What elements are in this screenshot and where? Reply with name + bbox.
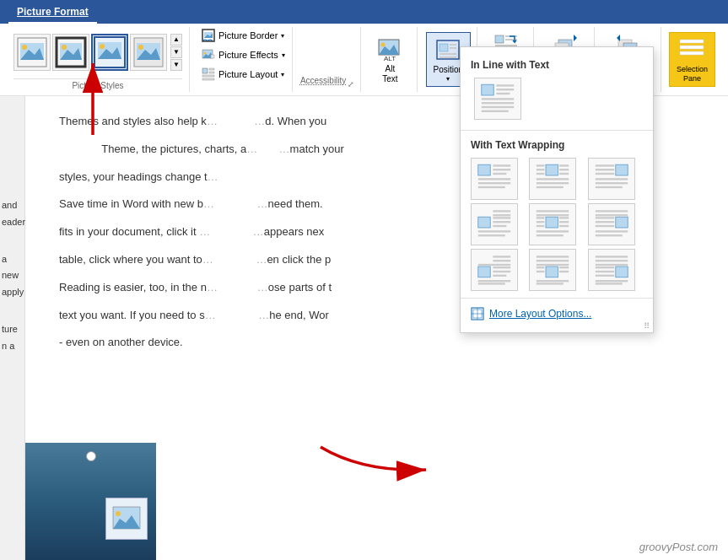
- picture-effects-icon: [202, 48, 215, 62]
- wrap-option-4[interactable]: [471, 203, 518, 245]
- wrap-option-9[interactable]: [588, 249, 635, 291]
- svg-rect-103: [537, 230, 569, 232]
- scroll-up-btn[interactable]: ▲: [170, 34, 182, 46]
- scroll-more-btn[interactable]: ▼: [170, 59, 182, 71]
- picture-layout-label: Picture Layout: [218, 69, 278, 79]
- svg-rect-50: [680, 51, 704, 55]
- inline-option[interactable]: [474, 78, 521, 120]
- accessibility-label[interactable]: Accessibility: [300, 76, 346, 85]
- wrap-option-8[interactable]: [529, 249, 576, 291]
- wrapping-section-label: With Text Wrapping: [461, 134, 653, 154]
- svg-text:ALT: ALT: [384, 55, 396, 62]
- svg-rect-94: [546, 217, 558, 228]
- svg-rect-129: [559, 271, 569, 272]
- svg-rect-22: [211, 55, 214, 58]
- wrap-option-7[interactable]: [471, 249, 518, 291]
- selection-pane-group: Selection Pane: [663, 27, 721, 92]
- svg-rect-34: [450, 44, 456, 46]
- svg-rect-108: [595, 217, 613, 218]
- selection-pane-items: Selection Pane: [669, 27, 715, 92]
- image-overlay-thumb: [105, 498, 148, 540]
- left-label-1: and: [2, 197, 23, 214]
- svg-point-11: [100, 44, 105, 49]
- scroll-down-btn[interactable]: ▼: [170, 46, 182, 58]
- svg-rect-104: [537, 234, 564, 236]
- svg-rect-113: [478, 267, 490, 277]
- picture-effects-label: Picture Effects: [218, 50, 278, 60]
- image-handle[interactable]: [86, 451, 96, 461]
- svg-rect-114: [493, 256, 510, 257]
- resize-handle[interactable]: ⠿: [644, 321, 650, 331]
- svg-rect-138: [595, 275, 613, 277]
- picture-layout-chevron: ▾: [281, 71, 284, 78]
- svg-rect-124: [537, 260, 569, 261]
- picture-format-btns-group: Picture Border ▾ Picture Effects ▾ Pictu…: [191, 27, 293, 92]
- svg-rect-122: [546, 267, 558, 277]
- svg-rect-132: [615, 267, 627, 277]
- svg-point-7: [62, 45, 67, 50]
- alt-text-items: ALT Alt Text: [369, 27, 411, 92]
- svg-rect-139: [595, 280, 627, 282]
- svg-rect-71: [537, 169, 545, 170]
- selection-pane-btn[interactable]: Selection Pane: [669, 32, 715, 88]
- bottom-image: [25, 443, 156, 560]
- svg-rect-25: [209, 72, 214, 73]
- style-thumb-4[interactable]: [130, 34, 167, 71]
- wrap-option-2[interactable]: [529, 158, 576, 200]
- wrapping-options-grid: [461, 154, 653, 294]
- svg-rect-63: [493, 164, 510, 166]
- svg-rect-66: [478, 178, 510, 180]
- svg-rect-110: [595, 225, 613, 227]
- svg-rect-73: [559, 164, 569, 166]
- picture-format-tab[interactable]: Picture Format: [8, 0, 97, 24]
- pic-styles-row: [13, 34, 167, 71]
- picture-border-btn[interactable]: Picture Border ▾: [198, 27, 288, 44]
- svg-rect-120: [478, 280, 510, 282]
- style-thumb-1[interactable]: [13, 34, 51, 71]
- svg-rect-33: [439, 44, 448, 51]
- left-label-3: a new: [2, 251, 23, 285]
- svg-rect-48: [680, 40, 704, 43]
- svg-rect-111: [595, 230, 627, 232]
- left-labels: and eader, a new apply ture n a: [0, 96, 24, 355]
- picture-styles-group: ▲ ▼ ▼ Picture Styles: [7, 27, 190, 92]
- svg-rect-24: [209, 68, 214, 70]
- svg-point-53: [116, 511, 121, 516]
- alt-text-btn[interactable]: ALT Alt Text: [369, 31, 411, 89]
- position-label: Position: [434, 65, 464, 75]
- wrap-option-3[interactable]: [588, 158, 635, 200]
- svg-rect-35: [450, 47, 456, 49]
- svg-rect-26: [202, 75, 214, 77]
- svg-point-3: [22, 45, 27, 50]
- svg-rect-68: [478, 186, 505, 188]
- svg-rect-55: [496, 84, 514, 86]
- wrap-option-1[interactable]: [471, 158, 518, 200]
- watermark: groovyPost.com: [639, 541, 718, 553]
- svg-rect-116: [478, 264, 510, 266]
- alt-text-group: ALT Alt Text: [363, 27, 418, 92]
- svg-rect-77: [537, 182, 569, 184]
- svg-rect-65: [493, 173, 506, 175]
- style-thumb-2[interactable]: [52, 34, 89, 71]
- ribbon-tab-bar: Picture Format: [0, 0, 728, 24]
- dropdown-divider-2: [461, 298, 653, 299]
- wrap-option-5[interactable]: [529, 203, 576, 245]
- svg-rect-123: [537, 256, 569, 257]
- picture-layout-btn[interactable]: Picture Layout ▾: [198, 66, 288, 83]
- picture-effects-btn[interactable]: Picture Effects ▾: [198, 46, 289, 63]
- position-icon: [434, 36, 461, 63]
- svg-rect-106: [595, 210, 627, 212]
- wrap-option-6[interactable]: [588, 203, 635, 245]
- svg-rect-130: [537, 280, 569, 282]
- more-layout-options-btn[interactable]: More Layout Options...: [461, 302, 653, 326]
- style-thumb-3[interactable]: [91, 34, 128, 71]
- svg-rect-93: [478, 234, 505, 236]
- inline-section-label: In Line with Text: [461, 54, 653, 74]
- svg-rect-96: [537, 214, 569, 216]
- dropdown-divider-1: [461, 130, 653, 131]
- svg-rect-119: [493, 275, 506, 277]
- svg-rect-67: [478, 182, 510, 184]
- svg-rect-82: [595, 173, 613, 175]
- svg-rect-59: [482, 102, 514, 104]
- selection-pane-icon: [678, 36, 705, 63]
